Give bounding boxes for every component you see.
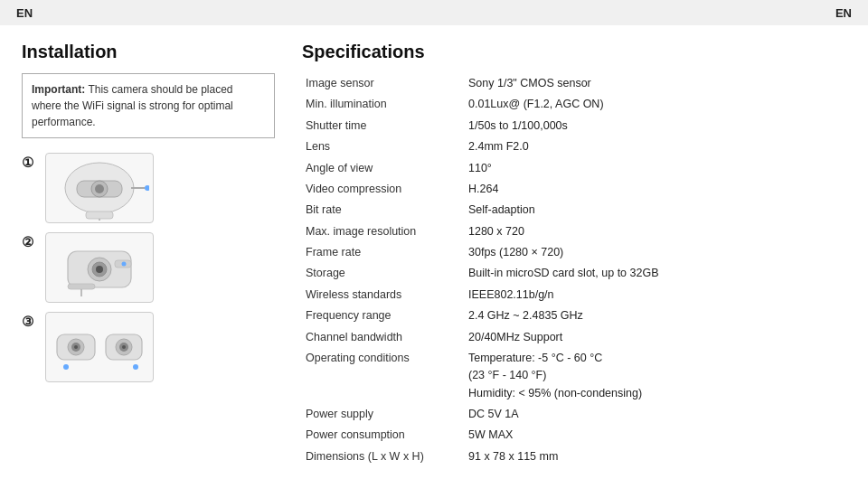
installation-section: Installation Important: This camera shou… bbox=[22, 42, 275, 489]
spec-row: Dimensions (L x W x H)91 x 78 x 115 mm bbox=[302, 446, 846, 467]
step-2-svg bbox=[50, 235, 149, 300]
spec-label: Angle of view bbox=[302, 158, 465, 179]
svg-point-3 bbox=[95, 184, 104, 193]
spec-value: Temperature: -5 °C - 60 °C (23 °F - 140 … bbox=[465, 348, 846, 404]
svg-point-25 bbox=[133, 364, 138, 370]
spec-label: Video compression bbox=[302, 179, 465, 200]
step-2-row: ② bbox=[22, 232, 275, 303]
spec-label: Wireless standards bbox=[302, 285, 465, 305]
specifications-section: Specifications Image sensorSony 1/3" CMO… bbox=[302, 42, 846, 489]
spec-value: Sony 1/3" CMOS sensor bbox=[465, 73, 846, 94]
svg-rect-14 bbox=[68, 284, 95, 289]
spec-label: Operating conditions bbox=[302, 348, 465, 404]
spec-label: Bit rate bbox=[302, 200, 465, 221]
top-bar-left-label: EN bbox=[16, 6, 33, 20]
spec-value: 30fps (1280 × 720) bbox=[465, 242, 846, 263]
spec-value: 0.01Lux@ (F1.2, AGC ON) bbox=[465, 94, 846, 115]
spec-label: Lens bbox=[302, 136, 465, 157]
spec-row: Frequency range2.4 GHz ~ 2.4835 GHz bbox=[302, 305, 846, 326]
spec-label: Storage bbox=[302, 263, 465, 284]
spec-label: Frame rate bbox=[302, 242, 465, 263]
spec-row: Video compressionH.264 bbox=[302, 179, 846, 200]
spec-row: Channel bandwidth20/40MHz Support bbox=[302, 327, 846, 348]
step-3-svg bbox=[50, 315, 149, 380]
spec-row: Min. illumination0.01Lux@ (F1.2, AGC ON) bbox=[302, 94, 846, 115]
svg-point-5 bbox=[145, 185, 149, 191]
spec-row: Frame rate30fps (1280 × 720) bbox=[302, 242, 846, 263]
step-2-image bbox=[45, 232, 154, 303]
spec-value: H.264 bbox=[465, 179, 846, 200]
step-3-row: ③ bbox=[22, 312, 275, 382]
spec-value: 2.4 GHz ~ 2.4835 GHz bbox=[465, 305, 846, 326]
spec-label: Power supply bbox=[302, 404, 465, 425]
svg-point-19 bbox=[74, 345, 78, 349]
svg-point-13 bbox=[122, 262, 127, 267]
spec-value: 110° bbox=[465, 158, 846, 179]
important-label: Important: bbox=[32, 83, 85, 96]
spec-value: 2.4mm F2.0 bbox=[465, 136, 846, 157]
spec-row: Power consumption5W MAX bbox=[302, 425, 846, 446]
step-1-image bbox=[45, 153, 154, 223]
svg-point-23 bbox=[122, 345, 126, 349]
spec-label: Channel bandwidth bbox=[302, 327, 465, 348]
spec-label: Min. illumination bbox=[302, 94, 465, 115]
installation-title: Installation bbox=[22, 42, 275, 62]
step-3-number: ③ bbox=[22, 314, 38, 330]
spec-table: Image sensorSony 1/3" CMOS sensorMin. il… bbox=[302, 73, 846, 467]
step-1-svg bbox=[50, 155, 149, 221]
spec-value: Built-in microSD card slot, up to 32GB bbox=[465, 263, 846, 284]
spec-value: DC 5V 1A bbox=[465, 404, 846, 425]
spec-value: IEEE802.11b/g/n bbox=[465, 285, 846, 305]
spec-label: Max. image resolution bbox=[302, 221, 465, 242]
spec-label: Frequency range bbox=[302, 305, 465, 326]
spec-value: 1/50s to 1/100,000s bbox=[465, 116, 846, 136]
svg-rect-7 bbox=[86, 211, 113, 219]
step-3-image bbox=[45, 312, 154, 382]
step-1-row: ① bbox=[22, 153, 275, 223]
spec-value: 5W MAX bbox=[465, 425, 846, 446]
step-1-number: ① bbox=[22, 155, 38, 171]
top-bar: EN EN bbox=[0, 0, 868, 25]
step-2-number: ② bbox=[22, 234, 38, 250]
spec-row: Image sensorSony 1/3" CMOS sensor bbox=[302, 73, 846, 94]
svg-point-11 bbox=[96, 266, 103, 273]
top-bar-right-label: EN bbox=[835, 6, 852, 20]
spec-row: Operating conditionsTemperature: -5 °C -… bbox=[302, 348, 846, 404]
spec-row: Shutter time1/50s to 1/100,000s bbox=[302, 116, 846, 136]
spec-label: Power consumption bbox=[302, 425, 465, 446]
spec-row: Bit rateSelf-adaption bbox=[302, 200, 846, 221]
spec-row: Wireless standardsIEEE802.11b/g/n bbox=[302, 285, 846, 305]
important-box: Important: This camera should be placed … bbox=[22, 73, 275, 138]
spec-row: Angle of view110° bbox=[302, 158, 846, 179]
spec-value: 1280 x 720 bbox=[465, 221, 846, 242]
specifications-title: Specifications bbox=[302, 42, 846, 62]
svg-point-24 bbox=[63, 364, 69, 370]
spec-row: Lens2.4mm F2.0 bbox=[302, 136, 846, 157]
spec-label: Image sensor bbox=[302, 73, 465, 94]
spec-row: Max. image resolution1280 x 720 bbox=[302, 221, 846, 242]
spec-value: 91 x 78 x 115 mm bbox=[465, 446, 846, 467]
spec-value: Self-adaption bbox=[465, 200, 846, 221]
main-content: Installation Important: This camera shou… bbox=[0, 25, 868, 498]
spec-label: Dimensions (L x W x H) bbox=[302, 446, 465, 467]
spec-row: Power supplyDC 5V 1A bbox=[302, 404, 846, 425]
spec-value: 20/40MHz Support bbox=[465, 327, 846, 348]
spec-label: Shutter time bbox=[302, 116, 465, 136]
spec-row: StorageBuilt-in microSD card slot, up to… bbox=[302, 263, 846, 284]
